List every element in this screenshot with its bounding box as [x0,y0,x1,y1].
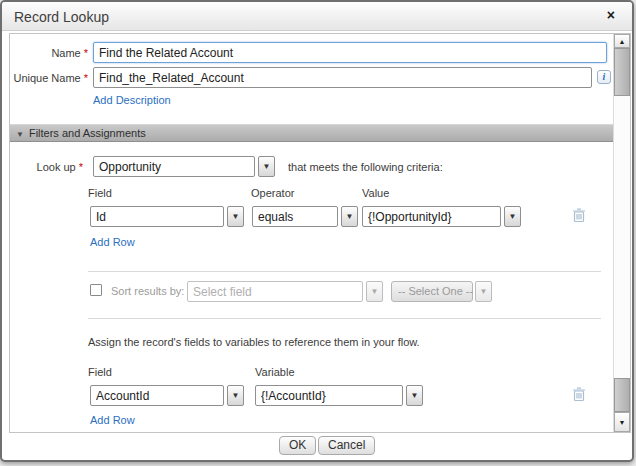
sort-label: Sort results by: [111,285,184,297]
chevron-down-icon: ▼ [480,287,488,296]
name-input[interactable] [93,42,607,63]
scroll-up-button[interactable]: ▲ [614,34,630,48]
criteria-operator-input[interactable] [252,206,338,227]
lookup-object-input[interactable] [93,156,255,177]
criteria-add-row-link[interactable]: Add Row [90,236,135,248]
dialog-scroll-area: Name* Unique Name* i Add Description ▼Fi… [9,33,631,433]
vertical-scrollbar[interactable]: ▲ ▼ [613,34,630,432]
assign-instruction: Assign the record's fields to variables … [88,336,420,348]
cancel-button[interactable]: Cancel [318,436,375,455]
sort-order-dropdown-button[interactable]: ▼ [475,281,492,302]
dialog-titlebar: Record Lookup × [2,2,632,31]
chevron-down-icon: ▼ [371,287,379,296]
column-header-field: Field [88,366,112,378]
scroll-up-icon: ▲ [619,38,626,45]
unique-name-input[interactable] [93,67,592,88]
collapse-icon: ▼ [16,130,24,139]
scroll-down-button[interactable]: ▼ [614,412,630,432]
chevron-down-icon: ▼ [509,212,517,221]
criteria-operator-dropdown-button[interactable]: ▼ [341,206,358,227]
sort-order-select[interactable]: -- Select One -- [391,281,473,302]
delete-row-icon[interactable] [572,208,586,223]
chevron-down-icon: ▼ [263,162,271,171]
criteria-field-input[interactable] [90,206,224,227]
lookup-label: Look up* [10,161,83,173]
section-header-label: Filters and Assignments [29,127,146,139]
assign-variable-dropdown-button[interactable]: ▼ [406,385,423,406]
assign-field-input[interactable] [90,385,224,406]
filters-assignments-section-header[interactable]: ▼Filters and Assignments [10,124,613,142]
close-icon[interactable]: × [607,8,615,22]
required-asterisk: * [76,161,83,173]
record-lookup-dialog: Record Lookup × Name* Unique Name* i Add… [0,0,634,462]
chevron-down-icon: ▼ [232,212,240,221]
name-label: Name* [10,47,88,59]
column-header-variable: Variable [255,366,295,378]
scroll-down-icon: ▼ [619,419,626,426]
required-asterisk: * [81,72,88,84]
column-header-operator: Operator [251,187,294,199]
chevron-down-icon: ▼ [346,212,354,221]
info-icon[interactable]: i [597,70,611,84]
column-header-field: Field [88,187,112,199]
chevron-down-icon: ▼ [232,391,240,400]
ok-button[interactable]: OK [279,436,316,455]
assign-variable-input[interactable] [255,385,403,406]
delete-row-icon[interactable] [572,387,586,402]
scrollbar-thumb-lower[interactable] [614,378,630,412]
criteria-text: that meets the following criteria: [288,161,443,173]
required-asterisk: * [81,47,88,59]
unique-name-label: Unique Name* [10,72,88,84]
sort-field-input[interactable] [187,281,363,302]
criteria-value-dropdown-button[interactable]: ▼ [504,206,521,227]
assign-add-row-link[interactable]: Add Row [90,414,135,426]
add-description-link[interactable]: Add Description [93,94,171,106]
chevron-down-icon: ▼ [411,391,419,400]
sort-field-dropdown-button[interactable]: ▼ [366,281,383,302]
assign-field-dropdown-button[interactable]: ▼ [227,385,244,406]
divider [88,271,601,272]
lookup-dropdown-button[interactable]: ▼ [258,156,275,177]
criteria-field-dropdown-button[interactable]: ▼ [227,206,244,227]
criteria-value-input[interactable] [362,206,501,227]
divider [88,318,601,319]
dialog-title: Record Lookup [14,9,109,25]
column-header-value: Value [362,187,389,199]
scrollbar-thumb[interactable] [614,48,630,96]
sort-checkbox[interactable] [90,284,102,296]
